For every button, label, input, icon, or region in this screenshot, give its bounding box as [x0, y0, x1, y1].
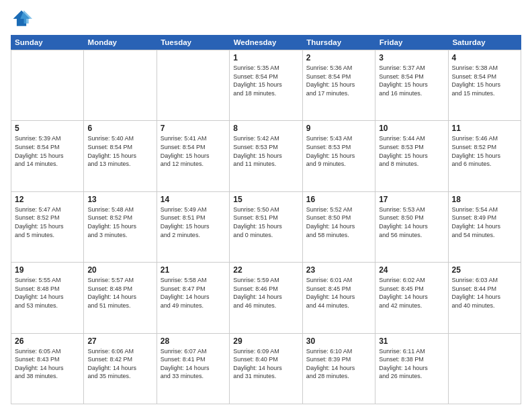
day-number: 29 — [233, 336, 298, 346]
day-info: Sunrise: 5:58 AM Sunset: 8:47 PM Dayligh… — [161, 276, 226, 310]
day-number: 28 — [161, 336, 226, 346]
day-cell-7: 7Sunrise: 5:41 AM Sunset: 8:54 PM Daylig… — [157, 121, 230, 191]
day-number: 5 — [15, 124, 80, 133]
day-info: Sunrise: 5:47 AM Sunset: 8:52 PM Dayligh… — [15, 205, 80, 239]
day-number: 31 — [379, 336, 444, 346]
day-number: 18 — [452, 195, 517, 204]
day-info: Sunrise: 5:38 AM Sunset: 8:54 PM Dayligh… — [452, 64, 517, 97]
weekday-header-thursday: Thursday — [302, 35, 375, 50]
day-info: Sunrise: 6:10 AM Sunset: 8:39 PM Dayligh… — [306, 347, 371, 381]
day-info: Sunrise: 5:44 AM Sunset: 8:53 PM Dayligh… — [379, 134, 444, 168]
day-cell-29: 29Sunrise: 6:09 AM Sunset: 8:40 PM Dayli… — [230, 334, 302, 404]
day-cell-15: 15Sunrise: 5:50 AM Sunset: 8:51 PM Dayli… — [230, 192, 302, 262]
day-cell-23: 23Sunrise: 6:01 AM Sunset: 8:45 PM Dayli… — [303, 263, 375, 332]
day-number: 14 — [161, 195, 226, 204]
day-cell-25: 25Sunrise: 6:03 AM Sunset: 8:44 PM Dayli… — [449, 263, 521, 332]
day-cell-19: 19Sunrise: 5:55 AM Sunset: 8:48 PM Dayli… — [11, 263, 84, 332]
day-info: Sunrise: 5:52 AM Sunset: 8:50 PM Dayligh… — [306, 205, 371, 239]
header — [11, 8, 521, 30]
day-cell-8: 8Sunrise: 5:42 AM Sunset: 8:53 PM Daylig… — [230, 121, 302, 191]
empty-cell — [84, 50, 157, 120]
day-cell-14: 14Sunrise: 5:49 AM Sunset: 8:51 PM Dayli… — [157, 192, 230, 262]
day-number: 3 — [379, 53, 444, 62]
day-cell-31: 31Sunrise: 6:11 AM Sunset: 8:38 PM Dayli… — [375, 334, 448, 404]
day-info: Sunrise: 6:09 AM Sunset: 8:40 PM Dayligh… — [233, 347, 298, 381]
day-number: 13 — [87, 195, 152, 204]
day-cell-28: 28Sunrise: 6:07 AM Sunset: 8:41 PM Dayli… — [157, 334, 230, 404]
day-cell-6: 6Sunrise: 5:40 AM Sunset: 8:54 PM Daylig… — [84, 121, 157, 191]
day-cell-18: 18Sunrise: 5:54 AM Sunset: 8:49 PM Dayli… — [449, 192, 521, 262]
day-number: 8 — [233, 124, 298, 133]
day-number: 4 — [452, 53, 517, 62]
day-info: Sunrise: 5:53 AM Sunset: 8:50 PM Dayligh… — [379, 205, 444, 239]
calendar-row-2: 5Sunrise: 5:39 AM Sunset: 8:54 PM Daylig… — [11, 120, 521, 191]
day-info: Sunrise: 5:46 AM Sunset: 8:52 PM Dayligh… — [452, 134, 517, 168]
calendar-row-3: 12Sunrise: 5:47 AM Sunset: 8:52 PM Dayli… — [11, 191, 521, 262]
day-number: 6 — [87, 124, 152, 133]
day-number: 11 — [452, 124, 517, 133]
day-cell-30: 30Sunrise: 6:10 AM Sunset: 8:39 PM Dayli… — [303, 334, 375, 404]
day-cell-24: 24Sunrise: 6:02 AM Sunset: 8:45 PM Dayli… — [375, 263, 448, 332]
day-cell-12: 12Sunrise: 5:47 AM Sunset: 8:52 PM Dayli… — [11, 192, 84, 262]
day-info: Sunrise: 6:03 AM Sunset: 8:44 PM Dayligh… — [452, 276, 517, 310]
day-info: Sunrise: 5:40 AM Sunset: 8:54 PM Dayligh… — [87, 134, 152, 168]
day-info: Sunrise: 5:48 AM Sunset: 8:52 PM Dayligh… — [87, 205, 152, 239]
day-info: Sunrise: 5:59 AM Sunset: 8:46 PM Dayligh… — [233, 276, 298, 310]
day-number: 22 — [233, 265, 298, 275]
day-number: 17 — [379, 195, 444, 204]
day-info: Sunrise: 5:42 AM Sunset: 8:53 PM Dayligh… — [233, 134, 298, 168]
day-cell-16: 16Sunrise: 5:52 AM Sunset: 8:50 PM Dayli… — [303, 192, 375, 262]
day-cell-20: 20Sunrise: 5:57 AM Sunset: 8:48 PM Dayli… — [84, 263, 157, 332]
day-info: Sunrise: 5:54 AM Sunset: 8:49 PM Dayligh… — [452, 205, 517, 239]
day-cell-10: 10Sunrise: 5:44 AM Sunset: 8:53 PM Dayli… — [375, 121, 448, 191]
day-cell-26: 26Sunrise: 6:05 AM Sunset: 8:43 PM Dayli… — [11, 334, 84, 404]
day-info: Sunrise: 5:35 AM Sunset: 8:54 PM Dayligh… — [233, 64, 298, 97]
day-info: Sunrise: 5:36 AM Sunset: 8:54 PM Dayligh… — [306, 64, 371, 97]
day-cell-22: 22Sunrise: 5:59 AM Sunset: 8:46 PM Dayli… — [230, 263, 302, 332]
logo — [11, 8, 35, 30]
weekday-header-wednesday: Wednesday — [230, 35, 303, 50]
day-info: Sunrise: 6:07 AM Sunset: 8:41 PM Dayligh… — [161, 347, 226, 381]
day-cell-4: 4Sunrise: 5:38 AM Sunset: 8:54 PM Daylig… — [449, 50, 521, 120]
day-info: Sunrise: 5:37 AM Sunset: 8:54 PM Dayligh… — [379, 64, 444, 97]
day-number: 30 — [306, 336, 371, 346]
day-number: 25 — [452, 265, 517, 275]
day-number: 1 — [233, 53, 298, 62]
day-cell-21: 21Sunrise: 5:58 AM Sunset: 8:47 PM Dayli… — [157, 263, 230, 332]
page: SundayMondayTuesdayWednesdayThursdayFrid… — [0, 0, 532, 411]
day-number: 27 — [87, 336, 152, 346]
day-cell-3: 3Sunrise: 5:37 AM Sunset: 8:54 PM Daylig… — [375, 50, 448, 120]
day-info: Sunrise: 6:11 AM Sunset: 8:38 PM Dayligh… — [379, 347, 444, 381]
calendar-row-1: 1Sunrise: 5:35 AM Sunset: 8:54 PM Daylig… — [11, 50, 521, 120]
day-number: 12 — [15, 195, 80, 204]
calendar: SundayMondayTuesdayWednesdayThursdayFrid… — [11, 35, 521, 404]
day-cell-11: 11Sunrise: 5:46 AM Sunset: 8:52 PM Dayli… — [449, 121, 521, 191]
day-cell-9: 9Sunrise: 5:43 AM Sunset: 8:53 PM Daylig… — [303, 121, 375, 191]
empty-cell — [449, 334, 521, 404]
day-info: Sunrise: 6:06 AM Sunset: 8:42 PM Dayligh… — [87, 347, 152, 381]
logo-icon — [11, 8, 32, 30]
day-info: Sunrise: 5:57 AM Sunset: 8:48 PM Dayligh… — [87, 276, 152, 310]
day-info: Sunrise: 5:41 AM Sunset: 8:54 PM Dayligh… — [161, 134, 226, 168]
day-number: 16 — [306, 195, 371, 204]
day-cell-1: 1Sunrise: 5:35 AM Sunset: 8:54 PM Daylig… — [230, 50, 302, 120]
day-cell-13: 13Sunrise: 5:48 AM Sunset: 8:52 PM Dayli… — [84, 192, 157, 262]
day-number: 7 — [161, 124, 226, 133]
empty-cell — [11, 50, 84, 120]
day-cell-2: 2Sunrise: 5:36 AM Sunset: 8:54 PM Daylig… — [303, 50, 375, 120]
day-number: 10 — [379, 124, 444, 133]
day-number: 20 — [87, 265, 152, 275]
day-info: Sunrise: 6:05 AM Sunset: 8:43 PM Dayligh… — [15, 347, 80, 381]
day-number: 21 — [161, 265, 226, 275]
day-info: Sunrise: 5:39 AM Sunset: 8:54 PM Dayligh… — [15, 134, 80, 168]
day-number: 24 — [379, 265, 444, 275]
day-info: Sunrise: 5:50 AM Sunset: 8:51 PM Dayligh… — [233, 205, 298, 239]
day-number: 15 — [233, 195, 298, 204]
day-info: Sunrise: 6:02 AM Sunset: 8:45 PM Dayligh… — [379, 276, 444, 310]
day-info: Sunrise: 5:43 AM Sunset: 8:53 PM Dayligh… — [306, 134, 371, 168]
day-number: 9 — [306, 124, 371, 133]
weekday-header-sunday: Sunday — [11, 35, 84, 50]
weekday-header-tuesday: Tuesday — [157, 35, 230, 50]
calendar-row-4: 19Sunrise: 5:55 AM Sunset: 8:48 PM Dayli… — [11, 262, 521, 332]
day-cell-5: 5Sunrise: 5:39 AM Sunset: 8:54 PM Daylig… — [11, 121, 84, 191]
